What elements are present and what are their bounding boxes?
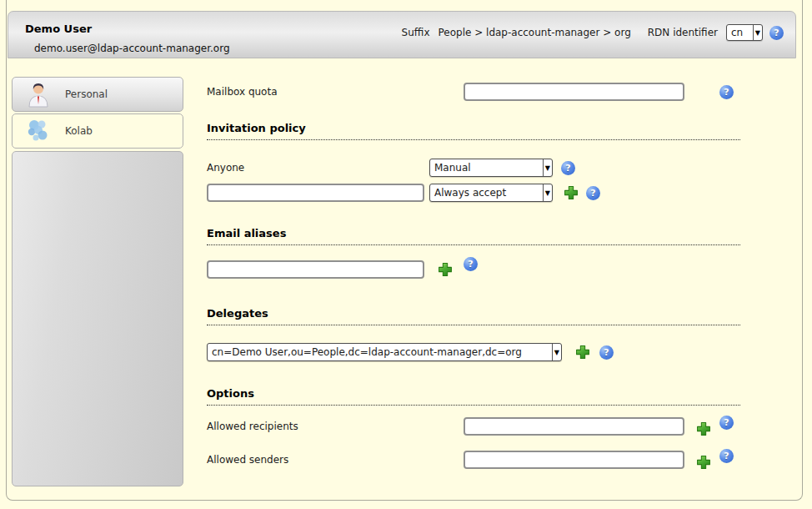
new-email-alias-input[interactable] (207, 260, 424, 279)
add-allowed-recipient-icon[interactable] (696, 421, 711, 436)
sidebar-panel (12, 151, 183, 486)
anyone-policy-row: Anyone Manual ▼ ? (207, 158, 575, 178)
allowed-senders-row: Allowed senders ? (207, 450, 734, 470)
tab-kolab[interactable]: Kolab (12, 113, 183, 149)
new-delegate-select[interactable]: cn=Demo User,ou=People,dc=ldap-account-m… (207, 343, 562, 361)
chevron-down-icon: ▼ (543, 159, 552, 176)
new-policy-target-input[interactable] (207, 184, 424, 202)
invitation-policy-heading: Invitation policy (207, 122, 740, 140)
allowed-recipients-row: Allowed recipients ? (207, 416, 734, 436)
anyone-label: Anyone (207, 162, 429, 174)
kolab-icon (25, 118, 52, 144)
delegate-row: cn=Demo User,ou=People,dc=ldap-account-m… (207, 342, 614, 362)
person-icon (25, 81, 52, 108)
email-alias-help-icon[interactable]: ? (464, 257, 478, 271)
add-policy-icon[interactable] (564, 185, 579, 200)
mailbox-quota-input[interactable] (464, 83, 684, 101)
allowed-senders-label: Allowed senders (207, 454, 464, 466)
chevron-down-icon: ▼ (543, 184, 552, 201)
mailbox-quota-help-icon[interactable]: ? (719, 85, 734, 99)
header-right-group: Suffix People > ldap-account-manager > o… (402, 23, 784, 42)
chevron-down-icon: ▼ (552, 344, 561, 360)
anyone-policy-help-icon[interactable]: ? (561, 161, 575, 175)
add-allowed-sender-icon[interactable] (696, 455, 711, 470)
mailbox-quota-label: Mailbox quota (207, 86, 464, 98)
account-edit-panel: Demo User demo.user@ldap-account-manager… (6, 0, 803, 501)
allowed-recipients-label: Allowed recipients (207, 421, 464, 432)
rdn-select-value: cn (731, 27, 749, 38)
allowed-senders-help-icon[interactable]: ? (719, 449, 734, 463)
chevron-down-icon: ▼ (753, 25, 762, 40)
tab-kolab-label: Kolab (65, 125, 93, 137)
tab-personal[interactable]: Personal (12, 77, 183, 112)
rdn-identifier-select[interactable]: cn ▼ (726, 24, 763, 41)
rdn-identifier-label: RDN identifier (648, 27, 718, 38)
options-heading: Options (207, 387, 740, 406)
new-delegate-value: cn=Demo User,ou=People,dc=ldap-account-m… (212, 346, 549, 358)
delegates-heading: Delegates (207, 307, 740, 325)
account-email: demo.user@ldap-account-manager.org (34, 43, 230, 54)
anyone-policy-value: Manual (434, 162, 539, 174)
suffix-breadcrumb: People > ldap-account-manager > org (439, 27, 631, 38)
new-policy-value: Always accept (434, 187, 539, 199)
new-policy-help-icon[interactable]: ? (586, 186, 600, 200)
rdn-help-icon[interactable]: ? (769, 26, 784, 40)
suffix-label: Suffix (402, 27, 430, 38)
delegate-help-icon[interactable]: ? (599, 345, 614, 360)
email-aliases-heading: Email aliases (207, 227, 740, 245)
add-delegate-icon[interactable] (575, 345, 590, 360)
page: { "header": { "title": "Demo User", "sub… (0, 0, 812, 509)
allowed-recipients-input[interactable] (464, 417, 684, 436)
new-policy-select[interactable]: Always accept ▼ (429, 184, 553, 202)
allowed-senders-input[interactable] (464, 451, 684, 469)
email-alias-row: ? (207, 260, 478, 280)
anyone-policy-select[interactable]: Manual ▼ (429, 159, 553, 177)
allowed-recipients-help-icon[interactable]: ? (719, 416, 734, 430)
account-title: Demo User (25, 23, 92, 35)
tab-personal-label: Personal (65, 88, 108, 100)
account-header: Demo User demo.user@ldap-account-manager… (8, 11, 796, 58)
new-policy-row: Always accept ▼ ? (207, 183, 600, 203)
mailbox-quota-row: Mailbox quota ? (207, 82, 734, 102)
add-email-alias-icon[interactable] (438, 262, 453, 277)
